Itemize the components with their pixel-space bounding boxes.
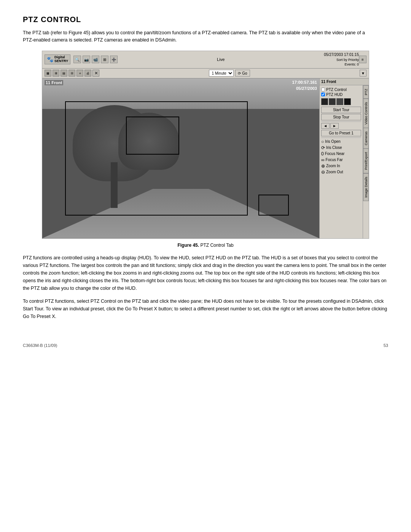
focus-far-icon: ∞ — [321, 157, 325, 163]
logo-icon: 🐾 — [47, 56, 53, 62]
focus-far-label: Focus Far — [326, 158, 343, 162]
focus-near-label: Focus Near — [325, 152, 345, 156]
icon-grid1[interactable]: ▦ — [45, 70, 51, 77]
toolbar-icon-grid[interactable]: ⊞ — [101, 56, 108, 63]
camera-timestamp-overlay: 17:00:57.161 — [292, 80, 317, 85]
ptz-control-label: PTZ Control — [326, 88, 347, 92]
iris-close-row: ⟳ Iris Close — [321, 145, 361, 150]
figure-caption: Figure 45. PTZ Control Tab — [23, 243, 388, 248]
timestamp-display: 05/27/2003 17:01:15 — [324, 52, 359, 58]
focus-far-row: ∞ Focus Far — [321, 157, 361, 163]
camera-date-overlay: 05/27/2003 — [296, 86, 317, 91]
tab-ptz[interactable]: PTZ — [363, 85, 369, 99]
tab-cameras[interactable]: Cameras — [363, 128, 369, 149]
color-block-gray1[interactable] — [336, 98, 343, 105]
body-paragraph-2: To control PTZ functions, select PTZ Con… — [23, 297, 388, 320]
focus-near-row: 0 Focus Near — [321, 151, 361, 157]
go-button[interactable]: ⟳ Go — [235, 70, 250, 77]
color-block-black3[interactable] — [344, 98, 351, 105]
ptz-hud-label: PTZ HUD — [326, 93, 342, 97]
zoom-out-row: ⊖ Zoom Out — [321, 169, 361, 175]
stop-tour-button[interactable]: Stop Tour — [321, 114, 361, 120]
color-blocks — [321, 98, 361, 105]
logo-area: 🐾 DigitalSENTRY — [45, 54, 70, 64]
toolbar-second: ▦ ⊞ ▤ ⊟ ⎆ 🖨 ✕ 1 Minute ⟳ Go ▼ — [42, 69, 369, 78]
vertical-tabs: PTZ Video Controls Cameras Print/Export … — [363, 85, 369, 238]
color-block-black2[interactable] — [329, 98, 336, 105]
toolbar-icon-camera[interactable]: 📷 — [83, 56, 90, 63]
preset-next-button[interactable]: ► — [330, 123, 339, 129]
ptz-hud-row: PTZ HUD — [321, 93, 361, 97]
toolbar-top: 🐾 DigitalSENTRY 🔍 📷 📹 ⊞ ➕ Live 05/27/200… — [42, 51, 369, 69]
hud-focus-box[interactable] — [258, 195, 289, 216]
events-count: Events: 0 — [324, 62, 359, 67]
tab-print-export[interactable]: Print/Export — [363, 149, 369, 173]
icon-close[interactable]: ✕ — [92, 70, 99, 77]
ptz-control-checkbox[interactable] — [321, 88, 325, 91]
body-paragraph-1: PTZ functions are controlled using a hea… — [23, 254, 388, 292]
goto-preset-button[interactable]: Go to Preset 1 — [321, 130, 361, 136]
footer: C3663M-B (11/09) 53 — [23, 343, 388, 348]
hud-zoom-box[interactable] — [126, 117, 179, 155]
icon-grid4[interactable]: ⊟ — [68, 70, 75, 77]
tab-image-details[interactable]: Image Details — [363, 173, 369, 201]
panel-main: PTZ Control PTZ HUD Start Tour — [320, 85, 363, 238]
footer-page-number: 53 — [384, 343, 388, 348]
camera-panel[interactable]: 11 Front 17:00:57.161 05/27/2003 — [42, 78, 319, 238]
focus-near-icon: 0 — [321, 151, 324, 157]
icon-export[interactable]: ⎆ — [76, 70, 83, 77]
preset-prev-button[interactable]: ◄ — [321, 123, 330, 129]
main-area: 11 Front 17:00:57.161 05/27/2003 11 Fron… — [42, 78, 369, 238]
page-title: PTZ CONTROL — [23, 15, 388, 24]
footer-doc-number: C3663M-B (11/09) — [23, 343, 57, 348]
icon-grid2[interactable]: ⊞ — [53, 70, 59, 77]
right-panel: 11 Front PTZ Control PTZ HUD — [319, 78, 369, 238]
scroll-down-btn[interactable]: ▼ — [360, 70, 366, 77]
zoom-in-icon: ⊕ — [321, 163, 325, 169]
camera-name-overlay: 11 Front — [45, 80, 63, 85]
zoom-out-icon: ⊖ — [321, 169, 325, 175]
toolbar2-right: ▼ — [360, 70, 366, 77]
toolbar2-center: 1 Minute ⟳ Go — [209, 70, 250, 77]
start-tour-button[interactable]: Start Tour — [321, 107, 361, 113]
ptz-hud-checkbox[interactable] — [321, 93, 325, 96]
iris-open-row: ○ Iris Open — [321, 139, 361, 144]
zoom-in-label: Zoom In — [326, 164, 340, 168]
iris-open-label: Iris Open — [325, 139, 341, 144]
zoom-out-label: Zoom Out — [326, 170, 343, 174]
toolbar-right-info: 05/27/2003 17:01:15 Sort by Priority Eve… — [324, 52, 359, 67]
toolbar-center-live: Live — [118, 57, 324, 62]
screenshot-container: 🐾 DigitalSENTRY 🔍 📷 📹 ⊞ ➕ Live 05/27/200… — [42, 51, 369, 239]
tab-video-controls[interactable]: Video Controls — [363, 99, 369, 128]
color-block-black1[interactable] — [321, 98, 328, 105]
toolbar-icon-search[interactable]: 🔍 — [73, 56, 81, 63]
zoom-in-row: ⊕ Zoom In — [321, 163, 361, 169]
intro-paragraph: The PTZ tab (refer to Figure 45) allows … — [23, 29, 365, 44]
icon-print[interactable]: 🖨 — [84, 70, 91, 77]
toolbar-icon-video[interactable]: 📹 — [92, 56, 99, 63]
logo-text: DigitalSENTRY — [54, 56, 68, 63]
divider-1 — [321, 121, 361, 122]
figure-label-bold: Figure 45. — [177, 243, 199, 248]
toolbar-icon-add[interactable]: ➕ — [110, 56, 118, 63]
divider-2 — [321, 137, 361, 138]
toolbar-icon-menu[interactable]: ≡ — [359, 56, 366, 63]
sort-priority: Sort by Priority — [324, 58, 359, 62]
iris-open-icon: ○ — [321, 139, 324, 144]
panel-camera-name: 11 Front — [320, 78, 369, 85]
time-select[interactable]: 1 Minute — [209, 70, 234, 77]
toolbar2-left: ▦ ⊞ ▤ ⊟ ⎆ 🖨 ✕ — [45, 70, 99, 77]
ptz-control-row: PTZ Control — [321, 88, 361, 92]
panel-content: PTZ Control PTZ HUD Start Tour — [320, 85, 369, 238]
icon-grid3[interactable]: ▤ — [61, 70, 67, 77]
iris-close-label: Iris Close — [326, 145, 342, 150]
toolbar-left: 🐾 DigitalSENTRY 🔍 📷 📹 ⊞ ➕ — [45, 54, 118, 64]
live-label: Live — [217, 57, 225, 62]
figure-label-text: PTZ Control Tab — [200, 243, 233, 248]
preset-arrows: ◄ ► — [321, 123, 361, 129]
iris-close-icon: ⟳ — [321, 145, 325, 150]
